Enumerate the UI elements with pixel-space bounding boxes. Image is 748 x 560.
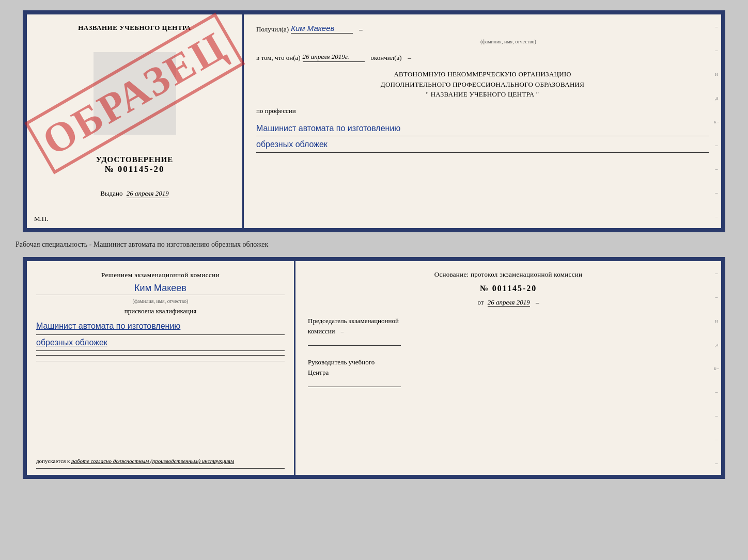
bottom-doc-left: Решением экзаменационной комиссии Ким Ма… bbox=[27, 261, 295, 475]
ot-date: от 26 апреля 2019 – bbox=[308, 298, 709, 307]
profession-block: Машинист автомата по изготовлению обрезн… bbox=[256, 120, 709, 153]
rukovoditel-line2: Центра bbox=[308, 367, 709, 378]
rukovoditel-line1: Руководитель учебного bbox=[308, 357, 709, 367]
bottom-document: Решением экзаменационной комиссии Ким Ма… bbox=[23, 257, 725, 479]
vtom-row: в том, что он(а) 26 апреля 2019г. окончи… bbox=[256, 53, 709, 62]
qual-line2: обрезных обложек bbox=[36, 335, 285, 351]
dopusk-block: допускается к работе согласно должностны… bbox=[36, 458, 285, 464]
top-document: НАЗВАНИЕ УЧЕБНОГО ЦЕНТРА ОБРАЗЕЦ УДОСТОВ… bbox=[23, 10, 725, 232]
poluchil-label: Получил(а) bbox=[256, 25, 289, 34]
rukovoditel-block: Руководитель учебного Центра bbox=[308, 357, 709, 387]
qualification-block: Машинист автомата по изготовлению обрезн… bbox=[36, 318, 285, 351]
protocol-num: № 001145-20 bbox=[308, 284, 709, 293]
dash2: – bbox=[408, 54, 412, 62]
org-block: АВТОНОМНУЮ НЕКОММЕРЧЕСКУЮ ОРГАНИЗАЦИЮ ДО… bbox=[256, 69, 709, 100]
dash: – bbox=[359, 25, 363, 34]
predsedatel-dashes: – bbox=[341, 328, 344, 334]
org-line1: АВТОНОМНУЮ НЕКОММЕРЧЕСКУЮ ОРГАНИЗАЦИЮ bbox=[256, 69, 709, 79]
specialty-label: Рабочая специальность - Машинист автомат… bbox=[10, 241, 268, 249]
name-handwritten: Ким Макеев bbox=[36, 283, 285, 295]
poluchil-row: Получил(а) Ким Макеев – bbox=[256, 24, 709, 34]
top-doc-right: Получил(а) Ким Макеев – (фамилия, имя, о… bbox=[244, 14, 721, 228]
vtom-label: в том, что он(а) bbox=[256, 54, 301, 62]
predsedatel-sign-line bbox=[308, 345, 401, 346]
vtom-date: 26 апреля 2019г. bbox=[303, 53, 365, 62]
osnovaniye-text: Основание: протокол экзаменационной коми… bbox=[308, 270, 709, 279]
mp-line: М.П. bbox=[34, 215, 48, 223]
dopusk-prefix: допускается к bbox=[36, 458, 70, 464]
udostoverenie-num: № 001145-20 bbox=[96, 164, 174, 174]
vydano-line: Выдано 26 апреля 2019 bbox=[100, 189, 169, 198]
fio-sublabel-bottom: (фамилия, имя, отчество) bbox=[36, 298, 285, 304]
right-margin: ––и,ак––––– bbox=[712, 14, 721, 228]
udostoverenie-box: УДОСТОВЕРЕНИЕ № 001145-20 bbox=[96, 155, 174, 174]
qual-line1: Машинист автомата по изготовлению bbox=[36, 318, 285, 334]
predsedatel-block: Председатель экзаменационной комиссии – bbox=[308, 316, 709, 346]
stamp-placeholder bbox=[93, 52, 176, 135]
separator1 bbox=[36, 355, 285, 356]
separator2 bbox=[36, 361, 285, 361]
po-professii-label: по профессии bbox=[256, 107, 709, 115]
bottom-doc-right: Основание: протокол экзаменационной коми… bbox=[295, 261, 721, 475]
ot-date-value: 26 апреля 2019 bbox=[488, 298, 530, 307]
prisvoena-text: присвоена квалификация bbox=[36, 307, 285, 315]
top-doc-left: НАЗВАНИЕ УЧЕБНОГО ЦЕНТРА ОБРАЗЕЦ УДОСТОВ… bbox=[27, 14, 244, 228]
poluchil-name: Ким Макеев bbox=[291, 24, 353, 34]
profession-line2: обрезных обложек bbox=[256, 137, 709, 153]
separator3 bbox=[36, 468, 285, 469]
right-margin-bottom: ––и,ак––––– bbox=[712, 261, 721, 475]
org-line3: " НАЗВАНИЕ УЧЕБНОГО ЦЕНТРА " bbox=[256, 89, 709, 100]
profession-line1: Машинист автомата по изготовлению bbox=[256, 121, 709, 137]
rukovoditel-sign-line bbox=[308, 387, 401, 387]
ot-prefix: от bbox=[477, 298, 484, 306]
okonchill-label: окончил(а) bbox=[371, 54, 402, 62]
dopusk-text: работе согласно должностным (производств… bbox=[71, 458, 234, 464]
school-name-top: НАЗВАНИЕ УЧЕБНОГО ЦЕНТРА bbox=[78, 24, 191, 32]
predsedatel-line2: комиссии – bbox=[308, 326, 709, 337]
vydano-date: 26 апреля 2019 bbox=[127, 189, 169, 198]
ot-dash: – bbox=[536, 298, 539, 306]
org-line2: ДОПОЛНИТЕЛЬНОГО ПРОФЕССИОНАЛЬНОГО ОБРАЗО… bbox=[256, 79, 709, 90]
predsedatel-line1: Председатель экзаменационной bbox=[308, 316, 709, 326]
resheniem-text: Решением экзаменационной комиссии bbox=[36, 270, 285, 280]
vydano-prefix: Выдано bbox=[100, 189, 122, 197]
udostoverenie-title: УДОСТОВЕРЕНИЕ bbox=[96, 155, 174, 164]
fio-sublabel-top: (фамилия, имя, отчество) bbox=[308, 39, 709, 44]
